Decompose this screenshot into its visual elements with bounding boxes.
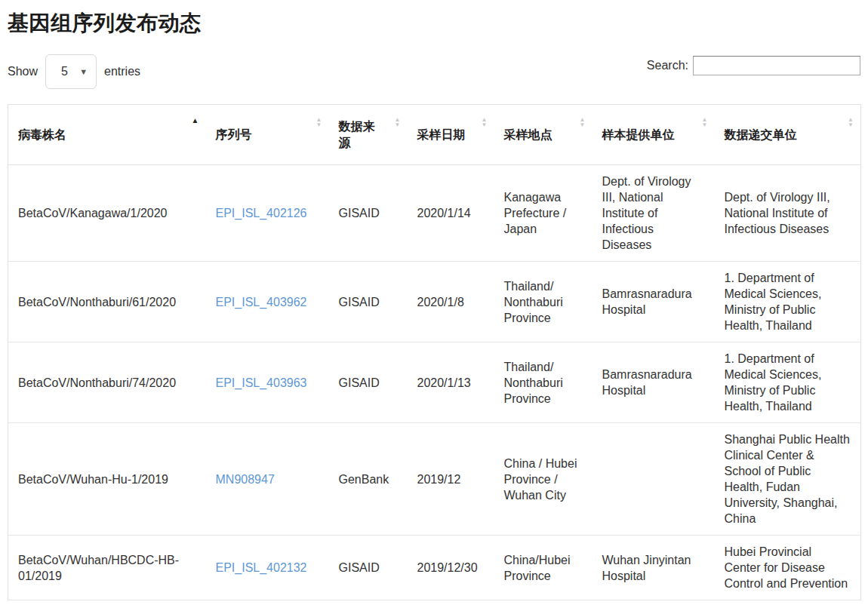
sort-asc-icon: ▲: [192, 117, 199, 124]
page-length-control: Show 5 ▼ entries: [8, 54, 140, 89]
submitter-cell: Shanghai Public Health Clinical Center &…: [715, 423, 861, 536]
accession-cell: EPI_ISL_403962: [206, 262, 329, 342]
submitter-cell: 1. Department of Medical Sciences, Minis…: [715, 342, 861, 423]
strain-cell: BetaCoV/Wuhan/HBCDC-HB-01/2019: [8, 536, 206, 600]
accession-link[interactable]: MN908947: [216, 473, 275, 486]
column-header-label: 病毒株名: [18, 128, 66, 141]
date-cell: 2020/1/13: [408, 342, 494, 423]
source-cell: GISAID: [329, 342, 408, 423]
source-cell: GenBank: [329, 423, 408, 536]
provider-cell: [593, 423, 715, 536]
table-row: BetaCoV/Nonthaburi/74/2020 EPI_ISL_40396…: [8, 342, 861, 423]
table-row: BetaCoV/Wuhan-Hu-1/2019 MN908947 GenBank…: [8, 423, 861, 536]
strain-cell: BetaCoV/Wuhan-Hu-1/2019: [8, 423, 206, 536]
date-cell: 2020/1/14: [408, 165, 494, 262]
table-controls: Show 5 ▼ entries Search:: [8, 54, 860, 89]
chevron-down-icon: ▼: [79, 67, 88, 76]
location-cell: Kanagawa Prefecture / Japan: [494, 165, 593, 262]
entries-select[interactable]: 5 ▼: [45, 54, 97, 89]
date-cell: 2019/12/30: [408, 536, 494, 600]
provider-cell: Bamrasnaradura Hospital: [593, 262, 715, 342]
column-header-strain[interactable]: 病毒株名 ▲: [8, 105, 206, 165]
entries-label: entries: [104, 65, 140, 78]
location-cell: China / Hubei Province / Wuhan City: [494, 423, 593, 536]
sort-both-icon: ▲ ▼: [395, 117, 401, 127]
submitter-cell: Dept. of Virology III, National Institut…: [715, 165, 861, 262]
source-cell: GISAID: [329, 165, 408, 262]
source-cell: GISAID: [329, 536, 408, 600]
sort-both-icon: ▲ ▼: [580, 117, 586, 127]
header-row: 病毒株名 ▲ 序列号 ▲ ▼ 数据来源 ▲ ▼: [8, 105, 861, 165]
provider-cell: Dept. of Virology III, National Institut…: [593, 165, 715, 262]
page-title: 基因组序列发布动态: [8, 9, 860, 38]
table-row: BetaCoV/Wuhan/HBCDC-HB-01/2019 EPI_ISL_4…: [8, 536, 861, 600]
source-cell: GISAID: [329, 262, 408, 342]
page-container: 基因组序列发布动态 Show 5 ▼ entries Search: 病毒株名: [0, 9, 868, 600]
column-header-label: 样本提供单位: [602, 128, 675, 141]
genome-sequence-table: 病毒株名 ▲ 序列号 ▲ ▼ 数据来源 ▲ ▼: [8, 104, 861, 600]
location-cell: Thailand/ Nonthaburi Province: [494, 342, 593, 423]
accession-cell: EPI_ISL_402126: [206, 165, 329, 262]
date-cell: 2019/12: [408, 423, 494, 536]
column-header-provider[interactable]: 样本提供单位 ▲ ▼: [593, 105, 715, 165]
location-cell: China/Hubei Province: [494, 536, 593, 600]
accession-link[interactable]: EPI_ISL_402132: [216, 561, 307, 574]
sort-both-icon: ▲ ▼: [316, 117, 322, 127]
search-control: Search:: [647, 56, 860, 75]
location-cell: Thailand/ Nonthaburi Province: [494, 262, 593, 342]
column-header-label: 数据来源: [339, 120, 375, 149]
entries-select-value: 5: [61, 65, 68, 78]
table-row: BetaCoV/Kanagawa/1/2020 EPI_ISL_402126 G…: [8, 165, 861, 262]
column-header-label: 采样地点: [504, 128, 553, 141]
sort-both-icon: ▲ ▼: [702, 117, 708, 127]
column-header-label: 数据递交单位: [725, 128, 797, 141]
date-cell: 2020/1/8: [408, 262, 494, 342]
column-header-accession[interactable]: 序列号 ▲ ▼: [206, 105, 329, 165]
accession-cell: MN908947: [206, 423, 329, 536]
strain-cell: BetaCoV/Kanagawa/1/2020: [8, 165, 206, 262]
accession-link[interactable]: EPI_ISL_403963: [216, 376, 307, 389]
sort-both-icon: ▲ ▼: [482, 117, 488, 127]
accession-link[interactable]: EPI_ISL_403962: [216, 296, 307, 309]
column-header-date[interactable]: 采样日期 ▲ ▼: [408, 105, 494, 165]
accession-link[interactable]: EPI_ISL_402126: [216, 207, 307, 220]
column-header-location[interactable]: 采样地点 ▲ ▼: [494, 105, 593, 165]
column-header-label: 序列号: [216, 128, 252, 141]
column-header-label: 采样日期: [417, 128, 466, 141]
submitter-cell: 1. Department of Medical Sciences, Minis…: [715, 262, 861, 342]
column-header-submitter[interactable]: 数据递交单位 ▲ ▼: [715, 105, 861, 165]
strain-cell: BetaCoV/Nonthaburi/74/2020: [8, 342, 206, 423]
provider-cell: Wuhan Jinyintan Hospital: [593, 536, 715, 600]
accession-cell: EPI_ISL_403963: [206, 342, 329, 423]
search-input[interactable]: [693, 56, 860, 75]
submitter-cell: Hubei Provincial Center for Disease Cont…: [715, 536, 861, 600]
search-label: Search:: [647, 59, 688, 72]
column-header-source[interactable]: 数据来源 ▲ ▼: [329, 105, 408, 165]
accession-cell: EPI_ISL_402132: [206, 536, 329, 600]
strain-cell: BetaCoV/Nonthaburi/61/2020: [8, 262, 206, 342]
table-row: BetaCoV/Nonthaburi/61/2020 EPI_ISL_40396…: [8, 262, 861, 342]
sort-both-icon: ▲ ▼: [848, 117, 854, 127]
provider-cell: Bamrasnaradura Hospital: [593, 342, 715, 423]
show-label: Show: [8, 65, 38, 78]
